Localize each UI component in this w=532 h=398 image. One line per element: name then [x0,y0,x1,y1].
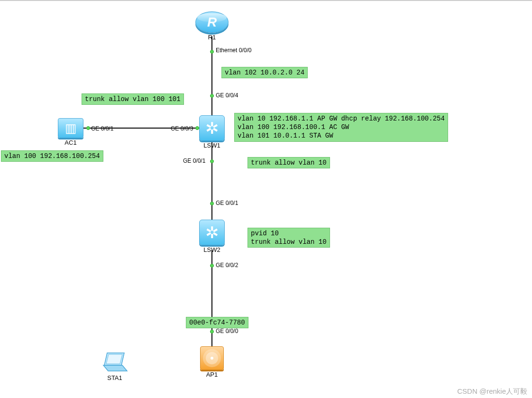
port-label: GE 0/0/4 [216,92,238,99]
port-dot [195,126,199,130]
note-lsw2-cfg: pvid 10 trunk allow vlan 10 [248,228,330,248]
svg-marker-6 [103,365,127,371]
port-label: GE 0/0/2 [216,262,238,268]
port-label: GE 0/0/1 [91,125,113,132]
watermark: CSDN @renkie人可毅 [457,387,527,396]
port-label: Ethernet 0/0/0 [216,47,251,54]
device-label: AP1 [200,371,224,378]
network-topology-canvas: R R1 Ethernet 0/0/0 vlan 102 10.0.2.0 24… [0,1,532,398]
note-ac-trunk: trunk allow vlan 100 101 [82,93,184,105]
device-label: R1 [195,34,229,41]
device-label: STA1 [101,374,129,381]
node-ap1[interactable]: AP1 [200,346,224,378]
router-icon: R [195,11,229,33]
device-label: AC1 [58,139,83,146]
port-dot [210,330,214,333]
access-point-icon [200,346,224,370]
port-dot [210,264,214,268]
svg-marker-5 [106,354,122,364]
port-dot [210,50,214,54]
note-ap-mac: 00e0-fc74-7780 [186,317,248,328]
port-label: GE 0/0/0 [216,328,238,334]
switch-icon [199,115,225,141]
port-dot [210,94,214,98]
device-label: LSW2 [199,246,225,253]
note-lsw1-vlans: vlan 10 192.168.1.1 AP GW dhcp relay 192… [234,113,448,142]
link-lines [0,1,532,398]
note-r1-vlan: vlan 102 10.0.2.0 24 [221,67,308,78]
device-label: LSW1 [199,142,225,149]
port-dot [210,202,214,205]
note-ac1-ip: vlan 100 192.168.100.254 [1,150,103,162]
port-label: GE 0/0/1 [183,157,205,164]
switch-icon [199,220,225,245]
laptop-icon [101,352,129,373]
node-r1[interactable]: R R1 [195,11,229,41]
node-lsw1[interactable]: LSW1 [199,115,225,149]
port-dot [86,126,90,130]
port-dot [210,159,214,163]
node-sta1[interactable]: STA1 [101,352,129,381]
note-lsw1-down: trunk allow vlan 10 [248,157,330,168]
port-label: GE 0/0/1 [216,200,238,206]
node-ac1[interactable]: AC1 [58,118,83,146]
access-controller-icon [58,118,83,138]
node-lsw2[interactable]: LSW2 [199,220,225,253]
port-label: GE 0/0/3 [171,125,193,132]
